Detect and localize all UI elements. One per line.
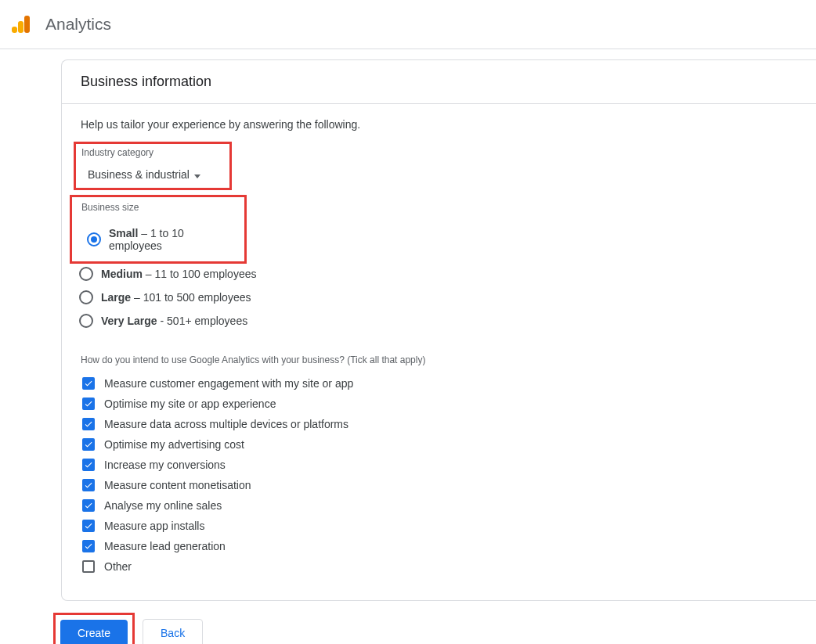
usage-option-label: Optimise my site or app experience [104, 398, 276, 410]
radio-small[interactable]: Small – 1 to 10 employees [81, 222, 244, 257]
checkbox-checked-icon [82, 479, 95, 491]
usage-option-4[interactable]: Increase my conversions [81, 455, 797, 475]
checkbox-checked-icon [82, 459, 95, 471]
industry-value: Business & industrial [88, 168, 190, 181]
usage-option-5[interactable]: Measure content monetisation [81, 475, 797, 495]
radio-medium[interactable]: Medium – 11 to 100 employees [74, 262, 797, 286]
business-information-card: Business information Help us tailor your… [61, 59, 816, 601]
usage-option-9[interactable]: Other [81, 556, 797, 577]
usage-option-7[interactable]: Measure app installs [81, 516, 797, 536]
usage-option-label: Increase my conversions [104, 459, 226, 471]
app-title: Analytics [45, 15, 111, 34]
create-button[interactable]: Create [60, 620, 128, 644]
card-title: Business information [81, 74, 797, 90]
usage-option-8[interactable]: Measure lead generation [81, 536, 797, 556]
analytics-logo-icon [12, 16, 30, 33]
checkbox-checked-icon [82, 499, 95, 512]
checkbox-checked-icon [82, 418, 95, 430]
usage-option-label: Measure lead generation [104, 540, 226, 552]
business-size-label: Business size [81, 202, 244, 213]
checkbox-checked-icon [82, 377, 95, 390]
usage-option-label: Measure customer engagement with my site… [104, 377, 353, 390]
checkbox-checked-icon [82, 398, 95, 410]
checkbox-checked-icon [82, 540, 95, 552]
create-highlight: Create [53, 613, 135, 644]
industry-label: Industry category [81, 147, 229, 158]
caret-down-icon [194, 168, 200, 181]
help-text: Help us tailor your experience by answer… [81, 118, 797, 131]
action-buttons: Create Back [53, 613, 816, 644]
checkbox-unchecked-icon [82, 560, 95, 573]
radio-icon [87, 232, 101, 246]
main-content: Business information Help us tailor your… [0, 49, 816, 644]
business-size-radios: Medium – 11 to 100 employees Large – 101… [74, 262, 797, 333]
checkbox-checked-icon [82, 520, 95, 532]
usage-option-0[interactable]: Measure customer engagement with my site… [81, 373, 797, 394]
radio-label: Medium – 11 to 100 employees [101, 268, 256, 280]
industry-dropdown[interactable]: Business & industrial [81, 168, 200, 181]
radio-icon [79, 267, 93, 281]
radio-label: Very Large - 501+ employees [101, 315, 247, 327]
usage-option-label: Measure content monetisation [104, 479, 251, 491]
usage-option-1[interactable]: Optimise my site or app experience [81, 394, 797, 414]
usage-option-2[interactable]: Measure data across multiple devices or … [81, 414, 797, 434]
usage-option-3[interactable]: Optimise my advertising cost [81, 434, 797, 455]
card-header: Business information [62, 60, 816, 104]
radio-large[interactable]: Large – 101 to 500 employees [74, 286, 797, 309]
radio-very-large[interactable]: Very Large - 501+ employees [74, 309, 797, 333]
back-button[interactable]: Back [143, 619, 203, 644]
usage-question: How do you intend to use Google Analytic… [81, 354, 797, 365]
radio-icon [79, 314, 93, 328]
usage-option-label: Other [104, 560, 132, 573]
checkbox-checked-icon [82, 438, 95, 451]
radio-icon [79, 290, 93, 304]
usage-option-6[interactable]: Analyse my online sales [81, 495, 797, 516]
usage-option-label: Analyse my online sales [104, 499, 222, 512]
industry-highlight: Industry category Business & industrial [74, 142, 232, 190]
usage-option-label: Optimise my advertising cost [104, 438, 244, 451]
usage-checklist: Measure customer engagement with my site… [81, 373, 797, 577]
app-header: Analytics [0, 0, 816, 49]
usage-option-label: Measure app installs [104, 520, 204, 532]
business-size-highlight: Business size Small – 1 to 10 employees [70, 195, 247, 264]
radio-label: Small – 1 to 10 employees [109, 227, 239, 252]
usage-option-label: Measure data across multiple devices or … [104, 418, 348, 430]
radio-label: Large – 101 to 500 employees [101, 291, 251, 304]
card-body: Help us tailor your experience by answer… [62, 104, 816, 577]
